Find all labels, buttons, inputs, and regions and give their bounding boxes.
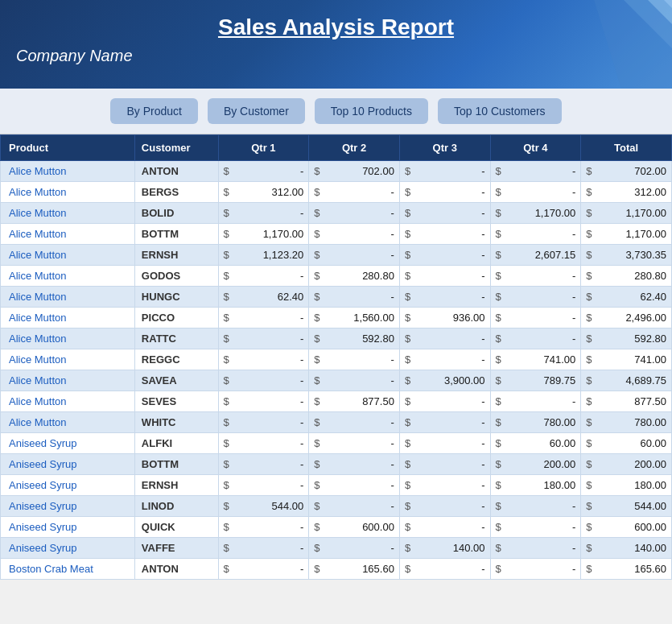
- cell-qtr2: $-: [309, 538, 400, 559]
- cell-customer: BERGS: [134, 182, 218, 203]
- cell-customer: GODOS: [134, 266, 218, 287]
- cell-qtr3: $3,900.00: [399, 370, 490, 391]
- cell-qtrtotal: $62.40: [581, 287, 672, 308]
- cell-qtr2: $-: [309, 349, 400, 370]
- cell-qtrtotal: $1,170.00: [581, 203, 672, 224]
- cell-qtr1: $-: [218, 475, 309, 496]
- cell-qtr2: $-: [309, 454, 400, 475]
- cell-qtrtotal: $544.00: [581, 496, 672, 517]
- col-header-total: Total: [581, 135, 672, 161]
- cell-qtr4: $60.00: [490, 433, 581, 454]
- cell-qtr2: $280.80: [309, 266, 400, 287]
- cell-product: Boston Crab Meat: [1, 559, 135, 580]
- cell-qtr3: $-: [399, 245, 490, 266]
- col-header-product: Product: [1, 135, 135, 161]
- company-name: Company Name: [16, 47, 656, 65]
- cell-customer: BOTTM: [134, 454, 218, 475]
- cell-product: Alice Mutton: [1, 266, 135, 287]
- cell-qtr1: $-: [218, 538, 309, 559]
- table-row: Boston Crab MeatANTON$-$165.60$-$-$165.6…: [1, 559, 672, 580]
- table-row: Aniseed SyrupERNSH$-$-$-$180.00$180.00: [1, 475, 672, 496]
- cell-qtr2: $-: [309, 496, 400, 517]
- cell-product: Alice Mutton: [1, 287, 135, 308]
- table-row: Alice MuttonBOLID$-$-$-$1,170.00$1,170.0…: [1, 203, 672, 224]
- cell-qtrtotal: $877.50: [581, 391, 672, 412]
- cell-qtrtotal: $1,170.00: [581, 224, 672, 245]
- cell-qtr2: $1,560.00: [309, 308, 400, 329]
- cell-qtr2: $877.50: [309, 391, 400, 412]
- cell-qtrtotal: $2,496.00: [581, 308, 672, 329]
- cell-qtr2: $165.60: [309, 559, 400, 580]
- cell-customer: ANTON: [134, 559, 218, 580]
- cell-qtr4: $-: [490, 329, 581, 349]
- cell-product: Alice Mutton: [1, 245, 135, 266]
- cell-qtrtotal: $780.00: [581, 412, 672, 433]
- cell-qtr1: $544.00: [218, 496, 309, 517]
- cell-qtr3: $-: [399, 517, 490, 538]
- tab-top10-customers[interactable]: Top 10 Customers: [438, 98, 562, 124]
- cell-product: Alice Mutton: [1, 349, 135, 370]
- cell-qtr1: $-: [218, 266, 309, 287]
- cell-product: Alice Mutton: [1, 182, 135, 203]
- cell-qtr3: $-: [399, 391, 490, 412]
- cell-qtr4: $180.00: [490, 475, 581, 496]
- table-row: Alice MuttonANTON$-$702.00$-$-$702.00: [1, 161, 672, 182]
- cell-qtr3: $140.00: [399, 538, 490, 559]
- cell-qtrtotal: $140.00: [581, 538, 672, 559]
- cell-qtr3: $-: [399, 287, 490, 308]
- cell-product: Alice Mutton: [1, 412, 135, 433]
- cell-product: Aniseed Syrup: [1, 454, 135, 475]
- table-row: Aniseed SyrupLINOD$544.00$-$-$-$544.00: [1, 496, 672, 517]
- cell-customer: SEVES: [134, 391, 218, 412]
- table-row: Alice MuttonBOTTM$1,170.00$-$-$-$1,170.0…: [1, 224, 672, 245]
- tab-by-customer[interactable]: By Customer: [208, 98, 305, 124]
- cell-qtr2: $-: [309, 370, 400, 391]
- cell-qtrtotal: $3,730.35: [581, 245, 672, 266]
- cell-product: Alice Mutton: [1, 329, 135, 349]
- cell-qtr1: $-: [218, 203, 309, 224]
- cell-product: Alice Mutton: [1, 391, 135, 412]
- table-body: Alice MuttonANTON$-$702.00$-$-$702.00Ali…: [1, 161, 672, 580]
- table-header-row: Product Customer Qtr 1 Qtr 2 Qtr 3 Qtr 4…: [1, 135, 672, 161]
- cell-qtr3: $-: [399, 454, 490, 475]
- cell-customer: QUICK: [134, 517, 218, 538]
- cell-qtr2: $-: [309, 203, 400, 224]
- cell-qtr4: $780.00: [490, 412, 581, 433]
- table-row: Alice MuttonWHITC$-$-$-$780.00$780.00: [1, 412, 672, 433]
- cell-product: Aniseed Syrup: [1, 433, 135, 454]
- cell-qtr2: $-: [309, 245, 400, 266]
- table-row: Alice MuttonGODOS$-$280.80$-$-$280.80: [1, 266, 672, 287]
- table-row: Aniseed SyrupBOTTM$-$-$-$200.00$200.00: [1, 454, 672, 475]
- cell-qtr1: $-: [218, 433, 309, 454]
- cell-customer: REGGC: [134, 349, 218, 370]
- cell-product: Aniseed Syrup: [1, 538, 135, 559]
- cell-product: Alice Mutton: [1, 370, 135, 391]
- cell-qtrtotal: $180.00: [581, 475, 672, 496]
- cell-qtr2: $702.00: [309, 161, 400, 182]
- cell-qtr4: $-: [490, 391, 581, 412]
- table-row: Alice MuttonREGGC$-$-$-$741.00$741.00: [1, 349, 672, 370]
- cell-qtr3: $-: [399, 496, 490, 517]
- cell-qtr3: $-: [399, 412, 490, 433]
- cell-qtr4: $1,170.00: [490, 203, 581, 224]
- cell-customer: ERNSH: [134, 245, 218, 266]
- cell-qtrtotal: $741.00: [581, 349, 672, 370]
- cell-qtr1: $-: [218, 412, 309, 433]
- tabs-bar: By Product By Customer Top 10 Products T…: [0, 89, 672, 134]
- cell-qtr1: $-: [218, 559, 309, 580]
- cell-qtr3: $936.00: [399, 308, 490, 329]
- cell-qtr3: $-: [399, 349, 490, 370]
- cell-qtr3: $-: [399, 266, 490, 287]
- cell-qtr3: $-: [399, 559, 490, 580]
- table-row: Aniseed SyrupQUICK$-$600.00$-$-$600.00: [1, 517, 672, 538]
- cell-qtr2: $-: [309, 182, 400, 203]
- cell-product: Alice Mutton: [1, 224, 135, 245]
- table-row: Alice MuttonRATTC$-$592.80$-$-$592.80: [1, 329, 672, 349]
- table-row: Aniseed SyrupVAFFE$-$-$140.00$-$140.00: [1, 538, 672, 559]
- tab-top10-products[interactable]: Top 10 Products: [315, 98, 428, 124]
- tab-by-product[interactable]: By Product: [110, 98, 197, 124]
- cell-qtr4: $741.00: [490, 349, 581, 370]
- cell-qtrtotal: $702.00: [581, 161, 672, 182]
- cell-customer: VAFFE: [134, 538, 218, 559]
- table-row: Alice MuttonSAVEA$-$-$3,900.00$789.75$4,…: [1, 370, 672, 391]
